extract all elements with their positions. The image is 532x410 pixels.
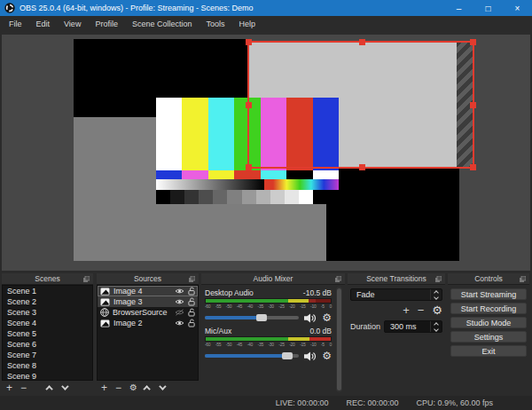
speaker-icon[interactable] [304,351,317,361]
selection-handle-top-right[interactable] [470,39,476,45]
volume-slider-handle[interactable] [282,352,293,359]
add-source-button[interactable]: + [101,383,107,392]
selection-handle-middle-left[interactable] [246,102,252,108]
move-scene-up-button[interactable] [45,385,52,392]
transition-properties-gear-icon[interactable]: ⚙ [432,305,442,316]
dock-pin-icon[interactable] [335,276,341,282]
unlock-icon[interactable] [188,308,195,317]
add-scene-button[interactable]: + [6,383,12,392]
minimize-button[interactable]: – [444,0,473,16]
speaker-icon[interactable] [304,313,317,323]
duration-value: 300 ms [385,322,430,331]
scenes-panel: Scenes Scene 1 Scene 2 Scene 3 Scene 4 S… [2,273,93,394]
visibility-eye-icon[interactable] [175,319,184,327]
duration-spinbox[interactable]: 300 ms [384,320,442,333]
selection-handle-top-left[interactable] [246,39,252,45]
source-black-bottomright[interactable] [326,169,459,261]
unlock-icon[interactable] [188,287,195,296]
source-row[interactable]: Image 2 [98,318,198,328]
dock-pin-icon[interactable] [83,276,90,282]
menu-edit[interactable]: Edit [29,16,58,32]
scene-item[interactable]: Scene 8 [3,360,92,371]
channel-settings-gear-icon[interactable]: ⚙ [322,312,332,323]
selection-handle-bottom-center[interactable] [359,164,365,170]
selection-handle-middle-right[interactable] [470,102,476,108]
transition-select[interactable]: Fade [350,288,442,301]
channel-settings-gear-icon[interactable]: ⚙ [322,351,332,361]
remove-source-button[interactable]: − [115,383,121,392]
unlock-icon[interactable] [188,319,195,327]
menu-scene-collection[interactable]: Scene Collection [125,16,200,32]
scene-item[interactable]: Scene 4 [3,318,92,328]
test-pattern-gray-gradient [156,179,264,190]
source-row[interactable]: BrowserSource [98,307,198,318]
menu-help[interactable]: Help [231,16,262,32]
move-source-down-button[interactable] [159,382,166,390]
maximize-button[interactable]: □ [473,0,503,16]
scenes-list[interactable]: Scene 1 Scene 2 Scene 3 Scene 4 Scene 5 … [2,285,93,381]
preview-canvas[interactable] [2,35,530,271]
test-pattern-step-wedge [156,190,313,204]
remove-transition-button[interactable]: − [418,306,425,315]
volume-slider[interactable] [205,316,299,319]
studio-mode-button[interactable]: Studio Mode [450,317,527,328]
volume-slider[interactable] [205,354,299,358]
visibility-eye-icon[interactable] [175,298,184,305]
selection-handle-bottom-right[interactable] [470,164,476,170]
channel-db-value: 0.0 dB [309,327,332,335]
close-button[interactable]: × [503,0,532,16]
source-row[interactable]: Image 3 [98,296,198,307]
audio-mixer-header: Audio Mixer [201,273,345,285]
scene-item[interactable]: Scene 6 [3,339,92,350]
exit-button[interactable]: Exit [450,345,527,357]
start-streaming-button[interactable]: Start Streaming [450,288,527,300]
scene-item[interactable]: Scene 9 [3,371,92,381]
visibility-eye-icon[interactable] [175,288,184,295]
duration-spinner[interactable] [430,321,442,332]
volume-slider-handle[interactable] [256,314,267,321]
menu-profile[interactable]: Profile [88,16,125,32]
dock-pin-icon[interactable] [189,276,195,282]
add-transition-button[interactable]: + [403,306,410,315]
selection-handle-top-center[interactable] [359,39,365,45]
menu-file[interactable]: File [2,16,29,32]
menu-view[interactable]: View [57,16,88,32]
selection-outline[interactable] [247,41,474,169]
menu-tools[interactable]: Tools [199,16,231,32]
scene-item[interactable]: Scene 1 [3,286,92,296]
rec-time: REC: 00:00:00 [346,398,398,407]
channel-db-value: -10.5 dB [303,288,332,297]
source-row[interactable]: Image 4 [98,286,198,296]
settings-button[interactable]: Settings [450,331,527,343]
scene-transitions-title: Scene Transitions [366,274,426,283]
unlock-icon[interactable] [188,297,195,306]
controls-header: Controls [448,273,529,285]
selection-handle-bottom-left[interactable] [246,164,252,170]
scene-item[interactable]: Scene 2 [3,296,92,307]
start-recording-button[interactable]: Start Recording [450,303,527,314]
transition-buttons-row: + − ⚙ [348,304,442,317]
meter-tick-labels: -60-55-50-45-40-35-30-25-20-15-10-50 [205,304,332,309]
move-scene-down-button[interactable] [61,382,68,390]
sources-toolbar: + − ⚙ [97,381,199,394]
sources-list[interactable]: Image 4 Image 3 BrowserSource Image 2 [97,285,199,381]
source-properties-gear-icon[interactable]: ⚙ [129,383,137,392]
scene-transitions-panel: Scene Transitions Fade + − ⚙ Duration 30… [348,273,445,394]
sources-panel-title: Sources [134,274,161,283]
dock-pin-icon[interactable] [435,276,442,282]
visibility-eye-off-icon[interactable] [175,309,184,316]
cpu-fps: CPU: 0.9%, 60.00 fps [416,398,493,407]
move-source-up-button[interactable] [143,385,150,392]
duration-row: Duration 300 ms [350,320,442,333]
mixer-scrollbar[interactable] [336,287,342,392]
scene-item[interactable]: Scene 3 [3,307,92,318]
transition-select-spinner[interactable] [430,289,442,300]
dock-pin-icon[interactable] [520,276,526,282]
mixer-channel-mic: Mic/Aux 0.0 dB -60-55-50-45-40-35-30-25-… [205,327,332,361]
menu-bar: File Edit View Profile Scene Collection … [0,16,532,32]
scenes-toolbar: + − [2,381,93,394]
scene-item[interactable]: Scene 7 [3,350,92,360]
remove-scene-button[interactable]: − [20,383,27,392]
scene-item[interactable]: Scene 5 [3,328,92,339]
duration-label: Duration [350,322,380,331]
